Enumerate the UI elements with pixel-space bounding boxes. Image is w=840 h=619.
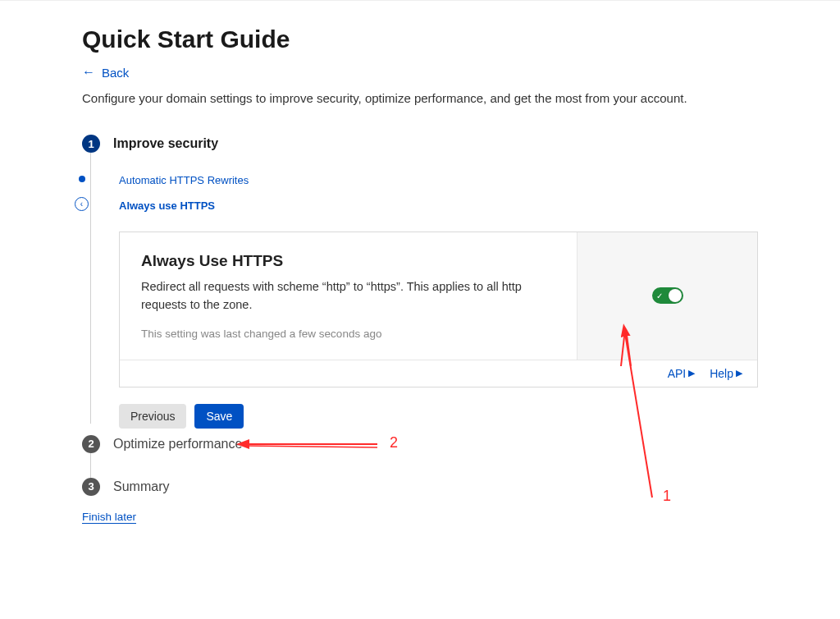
back-label: Back — [102, 66, 129, 80]
step-title-2: Optimize performance — [113, 437, 242, 452]
finish-later-link[interactable]: Finish later — [82, 511, 136, 524]
previous-button[interactable]: Previous — [119, 404, 186, 429]
caret-right-icon: ▶ — [688, 368, 695, 378]
annotation-1: 1 — [663, 488, 671, 505]
toggle-knob — [669, 289, 682, 302]
step-number-3: 3 — [82, 478, 100, 496]
substep-always-https[interactable]: Always use HTTPS — [119, 199, 758, 212]
always-https-toggle[interactable]: ✓ — [652, 287, 683, 304]
caret-right-icon: ▶ — [736, 368, 742, 378]
step-2: 2 Optimize performance — [82, 435, 758, 453]
card-title: Always Use HTTPS — [141, 252, 555, 270]
step-number-1: 1 — [82, 135, 100, 153]
substeps: ‹ — [79, 176, 89, 211]
step-connector — [90, 453, 91, 478]
card-meta: This setting was last changed a few seco… — [141, 328, 555, 340]
save-button[interactable]: Save — [194, 404, 244, 429]
step-1: 1 Improve security — [82, 135, 758, 153]
page-title: Quick Start Guide — [82, 25, 758, 53]
back-link[interactable]: ← Back — [82, 65, 129, 80]
intro-text: Configure your domain settings to improv… — [82, 91, 758, 105]
help-label: Help — [710, 367, 733, 380]
step-3: 3 Summary — [82, 478, 758, 496]
card-description: Redirect all requests with scheme “http”… — [141, 278, 555, 314]
step-title-3: Summary — [113, 479, 169, 494]
annotation-2: 2 — [390, 434, 398, 452]
arrow-left-icon: ← — [82, 65, 95, 80]
api-link[interactable]: API ▶ — [668, 367, 696, 380]
step-title-1: Improve security — [113, 136, 218, 151]
api-label: API — [668, 367, 687, 380]
setting-card: Always Use HTTPS Redirect all requests w… — [119, 232, 758, 387]
step-number-2: 2 — [82, 435, 100, 453]
substep-active-icon: ‹ — [75, 197, 89, 211]
steps-list: 1 Improve security ‹ Automatic HTTPS Rew… — [82, 135, 758, 524]
check-icon: ✓ — [656, 291, 663, 300]
substep-auto-rewrites[interactable]: Automatic HTTPS Rewrites — [119, 174, 758, 186]
help-link[interactable]: Help ▶ — [710, 367, 742, 380]
substep-dot-icon — [79, 176, 85, 182]
